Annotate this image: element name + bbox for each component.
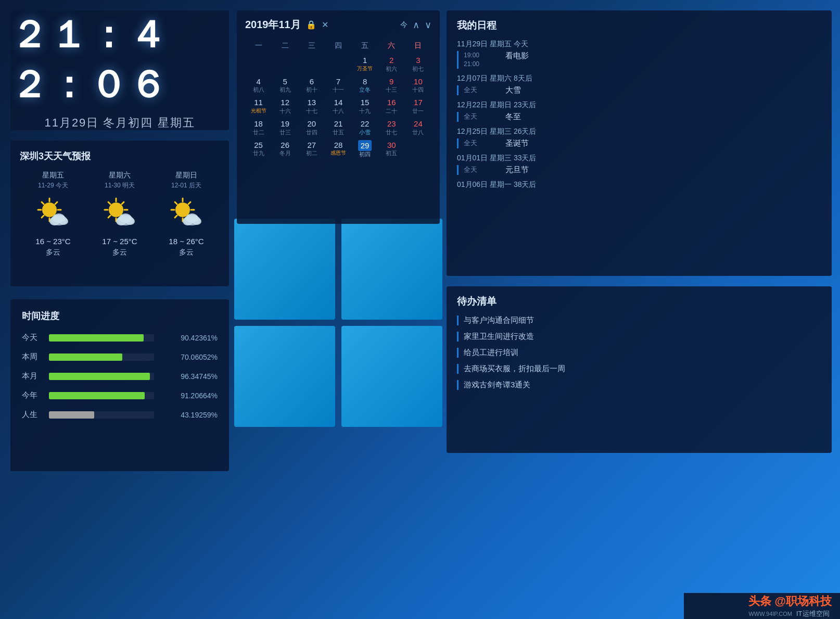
calendar-week-1: 4初八5初九6初十7十一8立冬9十三10十四 <box>245 75 431 95</box>
svg-line-7 <box>55 202 57 204</box>
cal-lunar: 小雪 <box>352 129 378 136</box>
weather-icon <box>168 195 205 232</box>
cal-cell[interactable]: 27初二 <box>298 138 325 160</box>
cal-cell[interactable]: 1万圣节 <box>352 54 378 74</box>
cal-num: 27 <box>298 140 325 150</box>
todo-item-1: 家里卫生间进行改造 <box>457 332 821 342</box>
cal-cell[interactable]: 15十九 <box>352 96 378 116</box>
cal-cell[interactable]: 19廿三 <box>272 117 298 137</box>
cal-num: 12 <box>272 97 298 108</box>
cal-cell[interactable]: 20廿四 <box>298 117 325 137</box>
cal-cell[interactable]: 12十六 <box>272 96 298 116</box>
cal-cell[interactable]: 11光棍节 <box>245 96 272 116</box>
calendar-week-2: 11光棍节12十六13十七14十八15十九16二十17廿一 <box>245 96 431 116</box>
progress-label: 今天 <box>22 333 43 343</box>
cal-lunar: 冬月 <box>272 150 298 157</box>
todo-item-0: 与客户沟通合同细节 <box>457 315 821 325</box>
cal-cell[interactable]: 4初八 <box>245 75 272 95</box>
progress-bar-bg <box>49 392 154 399</box>
schedule-content: 11月29日 星期五 今天19:00 21:00看电影12月07日 星期六 8天… <box>457 40 821 190</box>
cal-cell[interactable]: 2初六 <box>378 54 405 74</box>
schedule-item-4-0: 全天元旦节 <box>457 165 821 175</box>
cal-num: 3 <box>405 55 431 66</box>
brand-text: 头条 @职场科技 <box>748 593 832 609</box>
progress-pct: 70.06052% <box>160 353 218 361</box>
url-text: WWW.94IP.COM <box>748 611 792 617</box>
schedule-date-header-5: 01月06日 星期一 38天后 <box>457 180 821 190</box>
bottom-bar: 头条 @职场科技 WWW.94IP.COM IT运维空间 <box>684 593 840 619</box>
cal-cell[interactable]: 30初五 <box>378 138 405 160</box>
cal-cell[interactable]: 23廿七 <box>378 117 405 137</box>
svg-line-8 <box>42 216 44 218</box>
today-button[interactable]: 今 <box>400 20 408 30</box>
prev-month-button[interactable]: ∧ <box>413 19 419 31</box>
cal-cell[interactable]: 22小雪 <box>352 117 378 137</box>
cal-num: 29 <box>358 140 372 151</box>
clock-time: ２１：４２：０６ <box>10 10 229 110</box>
cal-cell[interactable]: 9十三 <box>378 75 405 95</box>
weather-title: 深圳3天天气预报 <box>20 150 220 162</box>
lock-icon[interactable]: 🔒 <box>306 20 316 30</box>
next-month-button[interactable]: ∨ <box>425 19 431 31</box>
cal-lunar: 十一 <box>325 86 351 93</box>
cal-cell[interactable]: 5初九 <box>272 75 298 95</box>
svg-line-18 <box>108 202 110 204</box>
cal-cell[interactable]: 3初七 <box>405 54 431 74</box>
todo-item-4: 游戏古剑奇谭3通关 <box>457 380 821 390</box>
schedule-date-header-2: 12月22日 星期日 23天后 <box>457 100 821 110</box>
schedule-event: 看电影 <box>505 51 529 61</box>
cal-cell[interactable]: 14十八 <box>325 96 351 116</box>
schedule-time: 19:00 21:00 <box>464 51 505 69</box>
schedule-event: 圣诞节 <box>505 138 529 148</box>
cal-cell[interactable]: 29初四 <box>352 138 378 160</box>
weather-days: 星期五 11-29 今天 16 ~ 23°C 多云 星期六 11-30 明天 <box>20 171 220 257</box>
schedule-panel: 我的日程 11月29日 星期五 今天19:00 21:00看电影12月07日 星… <box>447 10 832 276</box>
cal-cell[interactable]: 17廿一 <box>405 96 431 116</box>
weather-day-name: 星期六 <box>109 171 131 180</box>
schedule-date-header-4: 01月01日 星期三 33天后 <box>457 154 821 163</box>
cal-cell <box>272 54 298 74</box>
cal-lunar: 初十 <box>298 86 325 93</box>
weather-day-1: 星期六 11-30 明天 17 ~ 25°C 多云 <box>86 171 153 257</box>
todo-text: 去商场买衣服，折扣最后一周 <box>464 364 565 374</box>
cal-cell[interactable]: 6初十 <box>298 75 325 95</box>
win-logo-tr <box>341 219 442 320</box>
progress-bar-fill <box>49 392 145 399</box>
schedule-title: 我的日程 <box>457 19 821 32</box>
calendar-panel: 2019年11月 🔒 ✕ 今 ∧ ∨ 一二三四五六日1万圣节2初六3初七4初八5… <box>237 10 440 224</box>
cal-cell[interactable]: 8立冬 <box>352 75 378 95</box>
schedule-event: 冬至 <box>505 112 521 122</box>
schedule-date-header-3: 12月25日 星期三 26天后 <box>457 127 821 136</box>
cal-cell[interactable]: 18廿二 <box>245 117 272 137</box>
sub-text: IT运维空间 <box>796 609 830 618</box>
cal-num: 5 <box>272 77 298 87</box>
todo-title: 待办清单 <box>457 295 821 308</box>
weather-day-date: 11-30 明天 <box>105 181 135 190</box>
weather-temp: 17 ~ 25°C <box>102 237 137 246</box>
schedule-date-header-0: 11月29日 星期五 今天 <box>457 40 821 49</box>
progress-pct: 91.20664% <box>160 391 218 400</box>
cal-cell[interactable]: 24廿八 <box>405 117 431 137</box>
cal-num: 23 <box>378 119 405 129</box>
todo-content: 与客户沟通合同细节家里卫生间进行改造给员工进行培训去商场买衣服，折扣最后一周游戏… <box>457 315 821 390</box>
close-icon[interactable]: ✕ <box>322 20 328 30</box>
cal-cell[interactable]: 16二十 <box>378 96 405 116</box>
cal-cell[interactable]: 28感恩节 <box>325 138 351 160</box>
cal-cell[interactable]: 7十一 <box>325 75 351 95</box>
schedule-time: 全天 <box>464 85 505 95</box>
cal-cell[interactable]: 26冬月 <box>272 138 298 160</box>
cal-cell[interactable]: 10十四 <box>405 75 431 95</box>
weather-panel: 深圳3天天气预报 星期五 11-29 今天 16 ~ 23°C 多云 星期六 1… <box>10 141 229 286</box>
cal-cell[interactable]: 21廿五 <box>325 117 351 137</box>
weather-desc: 多云 <box>46 248 60 257</box>
progress-item-本周: 本周 70.06052% <box>22 352 218 362</box>
win-logo-tl <box>234 219 335 320</box>
cal-lunar: 立冬 <box>352 86 378 93</box>
cal-cell[interactable]: 13十七 <box>298 96 325 116</box>
windows-logo <box>234 219 442 427</box>
cal-dow-六: 六 <box>378 39 405 53</box>
cal-lunar: 廿五 <box>325 129 351 136</box>
progress-bar-fill <box>49 334 144 342</box>
cal-dow-一: 一 <box>245 39 272 53</box>
cal-cell[interactable]: 25廿九 <box>245 138 272 160</box>
